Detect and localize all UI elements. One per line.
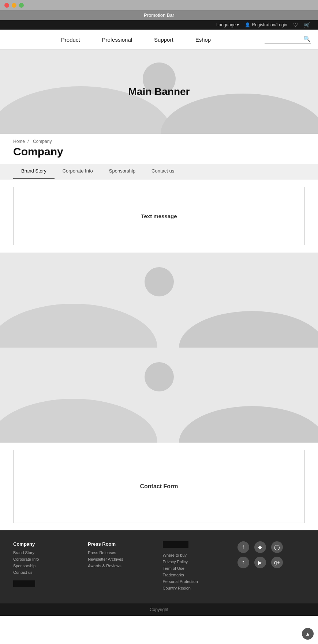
social-icon-twitter[interactable]: t [237,557,249,568]
breadcrumb: Home / Company [13,139,305,144]
footer-heading-pressroom: Press Room [88,541,155,547]
footer-col-social: f ◆ ◯ t ▶ g+ [237,541,305,592]
text-message-content: Text message [141,213,177,219]
footer-link-trademarks[interactable]: Trademarks [163,573,230,577]
social-icon-pinterest[interactable]: ◆ [254,541,266,553]
footer-col-misc: Where to buy Privacy Policy Term of Use … [163,541,230,592]
footer-company-button[interactable] [13,580,35,587]
nav-items: Product Professional Support Eshop [7,37,265,43]
image-placeholder-2 [0,348,318,443]
text-message-box: Text message [13,187,305,245]
nav-item-professional[interactable]: Professional [102,37,132,43]
search-input[interactable] [265,36,301,42]
main-banner: Main Banner [0,50,318,134]
contact-form-box: Contact Form [13,450,305,523]
breadcrumb-home[interactable]: Home [13,139,25,144]
banner-title: Main Banner [128,86,190,98]
social-icon-facebook[interactable]: f [237,541,249,553]
footer-link-awards-reviews[interactable]: Awards & Reviews [88,564,155,568]
page-title: Company [13,145,305,158]
nav-item-eshop[interactable]: Eshop [195,37,211,43]
sub-nav: Brand Story Corporate Info Sponsorship C… [0,164,318,179]
nav-search: 🔍 [265,35,311,43]
footer-link-newsletter-archives[interactable]: Newsletter Archives [88,557,155,561]
user-icon: 👤 [245,22,250,27]
img-mountain-1a [0,304,157,348]
contact-form-label: Contact Form [140,483,178,490]
footer-misc-heading-button[interactable] [163,541,188,548]
footer-social: f ◆ ◯ t ▶ g+ [237,541,305,568]
footer-link-personal-protection[interactable]: Personal Protection [163,579,230,584]
footer-link-where-to-buy[interactable]: Where to buy [163,553,230,557]
registration-login-link[interactable]: 👤 Registration/Login [245,22,287,27]
img-circle-2 [145,362,174,391]
footer-link-contact-us[interactable]: Contact us [13,570,81,575]
social-row-2: t ▶ g+ [237,557,305,568]
utility-bar: Language ▾ 👤 Registration/Login ♡ 🛒 [0,20,318,30]
sub-nav-brand-story[interactable]: Brand Story [13,164,55,179]
language-chevron-icon: ▾ [237,22,239,27]
breadcrumb-separator: / [27,139,30,144]
footer-col-company: Company Brand Story Corporate Info Spons… [13,541,81,592]
language-label: Language [216,22,236,27]
chrome-dot-green [19,3,24,8]
footer-link-press-releases[interactable]: Press Releases [88,550,155,555]
language-selector[interactable]: Language ▾ [216,22,239,27]
sub-nav-sponsorship[interactable]: Sponsorship [101,164,143,179]
footer-links-misc: Where to buy Privacy Policy Term of Use … [163,553,230,590]
copyright-text: Copyright [150,607,168,612]
footer: Company Brand Story Corporate Info Spons… [0,530,318,603]
img-circle-1 [145,267,174,296]
footer-link-brand-story[interactable]: Brand Story [13,550,81,555]
social-icon-youtube[interactable]: ▶ [254,557,266,568]
footer-link-privacy-policy[interactable]: Privacy Policy [163,560,230,564]
nav-item-support[interactable]: Support [154,37,173,43]
wishlist-icon[interactable]: ♡ [293,22,298,28]
footer-link-corporate-info[interactable]: Corporate Info [13,557,81,561]
contact-form-section: Contact Form [0,443,318,530]
breadcrumb-section: Home / Company [0,134,318,144]
footer-links-pressroom: Press Releases Newsletter Archives Award… [88,550,155,568]
social-row-1: f ◆ ◯ [237,541,305,553]
chrome-dot-yellow [12,3,16,8]
breadcrumb-current: Company [33,139,52,144]
search-icon[interactable]: 🔍 [303,35,311,42]
img-mountain-2a [0,399,157,443]
social-icon-googleplus[interactable]: g+ [271,557,283,568]
text-message-section: Text message [0,179,318,253]
footer-links-company: Brand Story Corporate Info Sponsorship C… [13,550,81,575]
nav-item-product[interactable]: Product [61,37,80,43]
cart-icon[interactable]: 🛒 [304,22,311,28]
promotion-bar-text: Promotion Bar [144,12,174,18]
promotion-bar: Promotion Bar [0,10,318,20]
footer-link-country-region[interactable]: Country Region [163,586,230,590]
chrome-dot-red [4,3,9,8]
sub-nav-contact-us[interactable]: Contact us [143,164,182,179]
img-mountain-2b [179,406,318,443]
banner-mountain-right [161,94,318,134]
footer-heading-company: Company [13,541,81,547]
footer-link-sponsorship[interactable]: Sponsorship [13,564,81,568]
main-nav: Product Professional Support Eshop 🔍 [0,30,318,50]
sub-nav-corporate-info[interactable]: Corporate Info [55,164,101,179]
image-placeholder-1 [0,253,318,348]
img-mountain-1b [179,311,318,348]
registration-login-label: Registration/Login [252,22,287,27]
footer-col-pressroom: Press Room Press Releases Newsletter Arc… [88,541,155,592]
footer-grid: Company Brand Story Corporate Info Spons… [13,541,305,592]
footer-link-term-of-use[interactable]: Term of Use [163,566,230,571]
window-chrome [0,0,318,10]
page-title-section: Company [0,144,318,164]
copyright-bar: Copyright [0,603,318,616]
social-icon-instagram[interactable]: ◯ [271,541,283,553]
